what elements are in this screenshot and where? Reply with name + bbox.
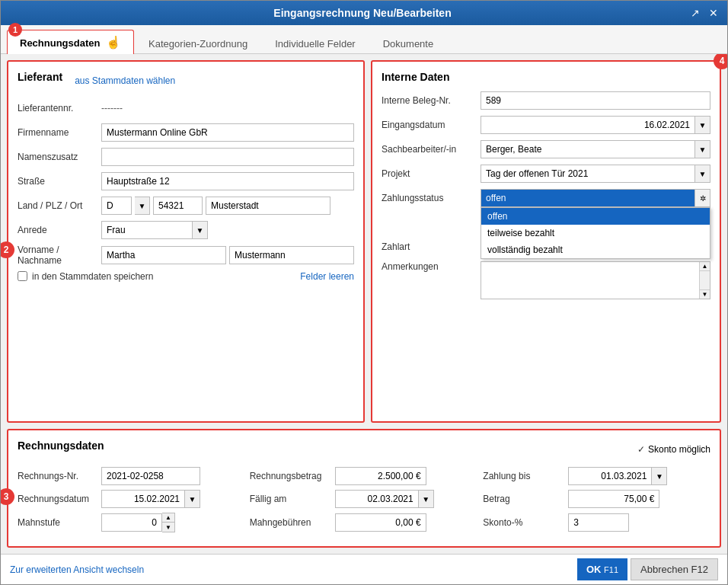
rechnungsdatum-input[interactable] xyxy=(101,490,185,508)
projekt-input[interactable] xyxy=(481,165,695,183)
top-panels: 2 Lieferant aus Stammdaten wählen Liefer… xyxy=(7,60,721,423)
nachname-input[interactable] xyxy=(229,246,354,264)
sachbearbeiter-dropdown-btn[interactable]: ▼ xyxy=(695,140,710,158)
window-title: Eingangsrechnung Neu/Bearbeiten xyxy=(37,7,688,19)
skonto-prozent-col xyxy=(568,513,710,532)
mahnstufe-col: ▲ ▼ xyxy=(101,513,244,532)
betrag-input[interactable] xyxy=(568,490,659,508)
eingangsdatum-label: Eingangsdatum xyxy=(382,120,481,130)
eingangsdatum-dropdown-btn[interactable]: ▼ xyxy=(695,116,710,134)
projekt-wrap: ▼ xyxy=(481,165,710,183)
scroll-track xyxy=(700,271,710,289)
mahngebuehren-wrap xyxy=(335,513,426,532)
tab-kategorien[interactable]: Kategorien-Zuordnung xyxy=(136,33,260,54)
zahlungsstatus-dropdown-btn[interactable]: ✲ xyxy=(694,190,710,206)
zahlung-bis-col: ▼ xyxy=(568,467,710,485)
zahlung-bis-input[interactable] xyxy=(568,467,652,485)
mahnstufe-label: Mahnstufe xyxy=(18,517,101,528)
anrede-row: Anrede ▼ xyxy=(18,220,354,240)
anmerkungen-label: Anmerkungen xyxy=(382,261,481,272)
stammdaten-link[interactable]: aus Stammdaten wählen xyxy=(75,75,175,86)
ok-key: F11 xyxy=(604,565,618,574)
dropdown-item-teilweise[interactable]: teilweise bezahlt xyxy=(481,225,710,241)
rechnungs-nr-input[interactable] xyxy=(101,467,200,485)
rechnungsdatum-dropdown-btn[interactable]: ▼ xyxy=(185,490,200,508)
lieferant-title-row: Lieferant aus Stammdaten wählen xyxy=(18,71,354,91)
cancel-label: Abbrechen xyxy=(640,564,688,575)
faellig-am-input[interactable] xyxy=(335,490,419,508)
betrag-col xyxy=(568,490,710,508)
eingangsdatum-input[interactable] xyxy=(481,116,695,134)
anrede-input[interactable] xyxy=(101,221,193,239)
footer-buttons: OK F11 Abbrechen F12 xyxy=(577,558,718,580)
rechnungsdaten-title-row: Rechnungsdaten ✓ Skonto möglich xyxy=(18,440,710,459)
tab-individuelle[interactable]: Individuelle Felder xyxy=(262,33,369,54)
anmerkungen-scrollbar[interactable]: ▲ ▼ xyxy=(699,262,710,299)
mahngebuehren-input[interactable] xyxy=(335,513,426,532)
dropdown-item-offen[interactable]: offen xyxy=(481,208,710,225)
plz-input[interactable] xyxy=(153,197,203,215)
strasse-row: Straße xyxy=(18,171,354,191)
rechnungsdatum-row: Rechnungsdatum ▼ Fällig am ▼ Betrag xyxy=(18,490,710,508)
skonto-prozent-input[interactable] xyxy=(568,513,629,532)
mahnstufe-input[interactable] xyxy=(101,513,162,532)
rechnungsbetrag-input[interactable] xyxy=(335,467,426,485)
namenszusatz-input[interactable] xyxy=(101,148,354,166)
land-plz-ort-label: Land / PLZ / Ort xyxy=(18,200,101,211)
mahngebuehren-col xyxy=(335,513,477,532)
scroll-down-btn[interactable]: ▼ xyxy=(700,289,710,299)
close-btn[interactable]: ✕ xyxy=(706,5,721,21)
faellig-am-col: ▼ xyxy=(335,490,477,508)
firmenname-input[interactable] xyxy=(101,123,354,142)
stammdaten-checkbox[interactable] xyxy=(18,271,27,281)
projekt-dropdown-btn[interactable]: ▼ xyxy=(695,165,710,183)
projekt-label: Projekt xyxy=(382,168,481,179)
rechnungsdaten-panel: 3 Rechnungsdaten ✓ Skonto möglich Rechnu… xyxy=(7,429,721,548)
anmerkungen-row: Anmerkungen ▲ ▼ xyxy=(382,261,710,299)
mahnstufe-down-btn[interactable]: ▼ xyxy=(162,523,174,532)
scroll-up-btn[interactable]: ▲ xyxy=(700,262,710,271)
ok-label: OK xyxy=(586,564,602,575)
stammdaten-check-label: in den Stammdaten speichern xyxy=(32,271,153,282)
mahnstufe-up-btn[interactable]: ▲ xyxy=(162,513,174,523)
zahlungsstatus-input-display[interactable]: offen ✲ xyxy=(481,189,710,207)
skonto-prozent-label: Skonto-% xyxy=(477,517,568,528)
ort-input[interactable] xyxy=(206,197,330,215)
faellig-am-dropdown-btn[interactable]: ▼ xyxy=(419,490,434,508)
anmerkungen-textarea[interactable] xyxy=(481,262,699,299)
interne-beleg-row: Interne Beleg-Nr. xyxy=(382,91,710,110)
interne-beleg-input[interactable] xyxy=(481,91,710,110)
land-input[interactable] xyxy=(101,197,132,215)
interne-daten-panel: 4 Interne Daten Interne Beleg-Nr. Eingan… xyxy=(371,60,721,423)
zahlungsstatus-wrap: offen ✲ offen teilweise bezahlt vollstän… xyxy=(481,189,710,207)
tab-dokumente[interactable]: Dokumente xyxy=(370,33,446,54)
zahlung-bis-label: Zahlung bis xyxy=(477,471,568,481)
zahlung-bis-dropdown-btn[interactable]: ▼ xyxy=(652,467,667,485)
mahnstufe-spinner: ▲ ▼ xyxy=(162,513,175,532)
cursor-icon: ☝ xyxy=(106,35,121,50)
erweitert-link[interactable]: Zur erweiterten Ansicht wechseln xyxy=(10,564,144,575)
tabs-bar: 1 Rechnungsdaten ☝ Kategorien-Zuordnung … xyxy=(1,25,727,54)
sachbearbeiter-input[interactable] xyxy=(481,140,695,158)
zahlart-label: Zahlart xyxy=(382,241,481,252)
skonto-check-row: ✓ Skonto möglich xyxy=(637,444,710,455)
window-controls: ↗ ✕ xyxy=(688,5,721,21)
felder-leeren-link[interactable]: Felder leeren xyxy=(300,271,354,282)
vorname-input[interactable] xyxy=(101,246,226,264)
lieferant-panel: 2 Lieferant aus Stammdaten wählen Liefer… xyxy=(7,60,365,423)
dropdown-item-vollstaendig[interactable]: vollständig bezahlt xyxy=(481,241,710,258)
ok-button[interactable]: OK F11 xyxy=(577,558,627,580)
zahlungsstatus-row: Zahlungsstatus offen ✲ offen teilweise b… xyxy=(382,188,710,208)
tab-rechnungsdaten[interactable]: Rechnungsdaten ☝ xyxy=(7,30,134,54)
titlebar: Eingangsrechnung Neu/Bearbeiten ↗ ✕ xyxy=(1,1,727,25)
zahlungsstatus-label: Zahlungsstatus xyxy=(382,193,481,203)
vorname-nachname-row: Vorname /Nachname xyxy=(18,245,354,267)
footer: Zur erweiterten Ansicht wechseln OK F11 … xyxy=(1,554,727,584)
rechnungsdatum-col: ▼ xyxy=(101,490,244,508)
cancel-button[interactable]: Abbrechen F12 xyxy=(631,558,718,580)
anrede-dropdown-btn[interactable]: ▼ xyxy=(193,221,208,239)
strasse-input[interactable] xyxy=(101,172,354,190)
external-link-btn[interactable]: ↗ xyxy=(688,5,703,21)
land-dropdown-btn[interactable]: ▼ xyxy=(135,197,150,215)
name-inputs xyxy=(101,246,354,264)
